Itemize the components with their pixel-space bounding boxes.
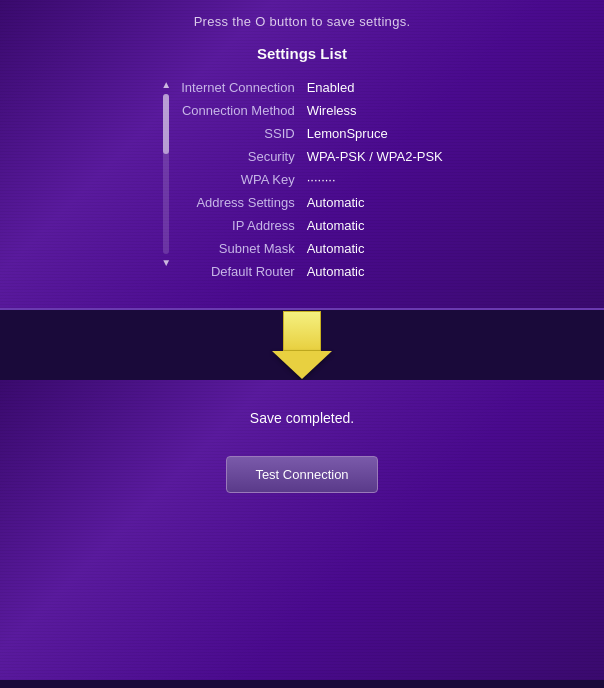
- scroll-down-icon[interactable]: ▼: [161, 258, 171, 268]
- arrow-divider: [0, 310, 604, 380]
- table-row: SSIDLemonSpruce: [181, 122, 443, 145]
- arrow-body: [283, 311, 321, 351]
- settings-label: Security: [181, 145, 306, 168]
- scrollbar-track: [163, 94, 169, 254]
- table-row: WPA Key········: [181, 168, 443, 191]
- scroll-up-icon[interactable]: ▲: [161, 80, 171, 90]
- table-row: Subnet MaskAutomatic: [181, 237, 443, 260]
- table-row: IP AddressAutomatic: [181, 214, 443, 237]
- settings-label: SSID: [181, 122, 306, 145]
- down-arrow-icon: [272, 311, 332, 379]
- test-connection-button[interactable]: Test Connection: [226, 456, 377, 493]
- settings-label: Internet Connection: [181, 76, 306, 99]
- settings-value: Automatic: [307, 260, 443, 283]
- settings-label: Connection Method: [181, 99, 306, 122]
- settings-value: Automatic: [307, 237, 443, 260]
- table-row: Default RouterAutomatic: [181, 260, 443, 283]
- table-row: Connection MethodWireless: [181, 99, 443, 122]
- save-completed-text: Save completed.: [250, 410, 354, 426]
- settings-label: Subnet Mask: [181, 237, 306, 260]
- table-row: Address SettingsAutomatic: [181, 191, 443, 214]
- bottom-panel: Save completed. Test Connection: [0, 380, 604, 680]
- settings-label: Default Router: [181, 260, 306, 283]
- scrollable-area: ▲ ▼ Internet ConnectionEnabledConnection…: [0, 76, 604, 283]
- settings-value: WPA-PSK / WPA2-PSK: [307, 145, 443, 168]
- settings-value: Automatic: [307, 214, 443, 237]
- settings-label: WPA Key: [181, 168, 306, 191]
- arrow-head: [272, 351, 332, 379]
- settings-value: LemonSpruce: [307, 122, 443, 145]
- settings-value: Automatic: [307, 191, 443, 214]
- settings-value: Enabled: [307, 76, 443, 99]
- settings-value: Wireless: [307, 99, 443, 122]
- settings-label: IP Address: [181, 214, 306, 237]
- scrollbar-thumb: [163, 94, 169, 154]
- table-row: Internet ConnectionEnabled: [181, 76, 443, 99]
- table-row: SecurityWPA-PSK / WPA2-PSK: [181, 145, 443, 168]
- top-panel: Press the O button to save settings. Set…: [0, 0, 604, 310]
- settings-label: Address Settings: [181, 191, 306, 214]
- settings-table: Internet ConnectionEnabledConnection Met…: [181, 76, 443, 283]
- scrollbar[interactable]: ▲ ▼: [161, 76, 171, 283]
- settings-value: ········: [307, 168, 443, 191]
- settings-title: Settings List: [0, 45, 604, 62]
- instruction-text: Press the O button to save settings.: [0, 14, 604, 29]
